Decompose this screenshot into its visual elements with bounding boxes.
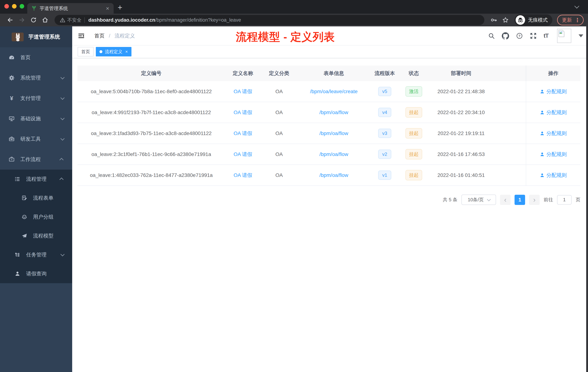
tag-close-icon[interactable]: × bbox=[125, 49, 128, 54]
definition-name-link[interactable]: OA 请假 bbox=[234, 172, 252, 179]
browser-tabstrip: 芋道管理系统 × + bbox=[0, 0, 588, 14]
annotation-overlay: 流程模型 - 定义列表 bbox=[236, 30, 335, 44]
table-body: oa_leave:5:004b710b-7b8a-11ec-8ef0-acde4… bbox=[77, 81, 580, 186]
table-row: oa_leave:2:3c1f0ef1-76b1-11ec-9c66-a2380… bbox=[77, 144, 580, 165]
definition-table: 定义编号 定义名称 定义分类 表单信息 流程版本 状态 部署时间 操作 oa_l… bbox=[77, 66, 580, 186]
address-bar[interactable]: 不安全 dashboard.yudao.iocoder.cn/bpm/manag… bbox=[54, 15, 484, 25]
form-icon bbox=[21, 195, 28, 201]
tag-process-definition[interactable]: 流程定义 × bbox=[96, 47, 131, 56]
breadcrumb: 首页 / 流程定义 bbox=[94, 33, 135, 39]
column-header: 部署时间 bbox=[428, 66, 494, 81]
search-icon[interactable] bbox=[488, 33, 495, 39]
sidebar-item-task-manage[interactable]: 任务管理 bbox=[0, 245, 72, 264]
sidebar-item-home[interactable]: 首页 bbox=[0, 47, 72, 68]
form-link[interactable]: /bpm/oa/flow bbox=[319, 172, 348, 178]
sidebar-item-payment[interactable]: ¥ 支付管理 bbox=[0, 88, 72, 109]
sidebar-item-devtools[interactable]: 研发工具 bbox=[0, 129, 72, 149]
avatar-dropdown-caret-icon[interactable] bbox=[578, 34, 583, 37]
sidebar-item-workflow[interactable]: 工作流程 bbox=[0, 149, 72, 170]
sidebar-item-process-manage[interactable]: 流程管理 bbox=[0, 170, 72, 188]
page-size-select[interactable]: 10条/页 bbox=[462, 195, 496, 205]
home-button[interactable] bbox=[42, 17, 48, 23]
logo-rabbit-image bbox=[12, 33, 24, 41]
definition-category: OA bbox=[261, 102, 297, 123]
window-zoom-button[interactable] bbox=[20, 4, 24, 9]
window-close-button[interactable] bbox=[4, 4, 9, 9]
total-count-label: 共 5 条 bbox=[443, 197, 457, 203]
bookmark-star-icon[interactable] bbox=[502, 17, 509, 23]
back-button[interactable] bbox=[7, 17, 13, 23]
sidebar-item-system[interactable]: 系统管理 bbox=[0, 68, 72, 88]
update-label[interactable]: 更新 bbox=[562, 17, 572, 23]
chevron-down-icon bbox=[487, 197, 491, 201]
github-icon[interactable] bbox=[502, 32, 509, 40]
version-badge: v4 bbox=[378, 108, 391, 117]
reload-button[interactable] bbox=[30, 17, 37, 23]
form-link[interactable]: /bpm/oa/flow bbox=[319, 109, 348, 115]
tag-home[interactable]: 首页 bbox=[78, 47, 94, 56]
menu-label: 系统管理 bbox=[20, 75, 41, 81]
definition-name-link[interactable]: OA 请假 bbox=[234, 130, 252, 137]
row-filler bbox=[494, 165, 526, 186]
app-logo[interactable]: 芋道管理系统 bbox=[0, 26, 72, 47]
definition-id: oa_leave:4:991f2193-7b7f-11ec-a3c8-acde4… bbox=[77, 102, 225, 123]
assign-rule-link[interactable]: 分配规则 bbox=[540, 88, 567, 95]
assign-rule-link[interactable]: 分配规则 bbox=[540, 130, 567, 137]
sidebar-item-leave-query[interactable]: 请假查询 bbox=[0, 264, 72, 283]
menu-kebab-icon[interactable]: ⋮ bbox=[575, 17, 580, 23]
deploy-time: 2022-01-16 01:40:51 bbox=[428, 165, 494, 186]
page-unit-label: 页 bbox=[576, 197, 580, 203]
sidebar-item-user-group[interactable]: 用户分组 bbox=[0, 208, 72, 226]
update-button[interactable]: 更新 ⋮ bbox=[557, 15, 584, 25]
form-link[interactable]: /bpm/oa/flow bbox=[319, 131, 348, 136]
sidebar-toggle-icon[interactable] bbox=[78, 32, 85, 40]
sidebar-item-process-model[interactable]: 流程模型 bbox=[0, 226, 72, 245]
definition-name-link[interactable]: OA 请假 bbox=[234, 151, 252, 158]
definition-name-link[interactable]: OA 请假 bbox=[234, 88, 252, 95]
incognito-label: 无痕模式 bbox=[528, 17, 548, 23]
forward-button[interactable] bbox=[19, 17, 25, 23]
table-row: oa_leave:5:004b710b-7b8a-11ec-8ef0-acde4… bbox=[77, 81, 580, 102]
menu-label: 任务管理 bbox=[26, 251, 47, 258]
assign-rule-link[interactable]: 分配规则 bbox=[540, 172, 567, 179]
password-key-icon[interactable] bbox=[491, 17, 497, 23]
tab-close-icon[interactable]: × bbox=[105, 5, 110, 11]
new-tab-button[interactable]: + bbox=[118, 3, 122, 11]
current-page-button[interactable]: 1 bbox=[514, 195, 525, 205]
content-area: 定义编号 定义名称 定义分类 表单信息 流程版本 状态 部署时间 操作 oa_l… bbox=[72, 58, 588, 205]
breadcrumb-home[interactable]: 首页 bbox=[94, 33, 105, 39]
avatar[interactable] bbox=[557, 29, 571, 43]
tags-view-bar: 首页 流程定义 × bbox=[72, 45, 588, 58]
sidebar-item-process-form[interactable]: 流程表单 bbox=[0, 188, 72, 208]
sidebar: 芋道管理系统 首页 系统管理 ¥ 支付管 bbox=[0, 26, 72, 372]
definition-name-link[interactable]: OA 请假 bbox=[234, 109, 252, 116]
window-minimize-button[interactable] bbox=[12, 4, 17, 9]
next-page-button[interactable]: › bbox=[529, 195, 540, 205]
goto-page-input[interactable] bbox=[557, 195, 572, 205]
definition-category: OA bbox=[261, 81, 297, 102]
menu-label: 研发工具 bbox=[20, 136, 41, 142]
assign-rule-link[interactable]: 分配规则 bbox=[540, 109, 567, 116]
prev-page-button[interactable]: ‹ bbox=[500, 195, 511, 205]
chevron-down-icon bbox=[61, 252, 65, 256]
form-link[interactable]: /bpm/oa/flow bbox=[319, 152, 348, 157]
font-size-icon[interactable]: tT bbox=[544, 33, 548, 39]
window-controls bbox=[4, 4, 24, 9]
tab-title: 芋道管理系统 bbox=[40, 5, 105, 12]
table-row: oa_leave:3:1fad3d93-7b75-11ec-a3c8-acde4… bbox=[77, 123, 580, 144]
sidebar-item-infrastructure[interactable]: 基础设施 bbox=[0, 109, 72, 129]
security-label[interactable]: 不安全 bbox=[67, 17, 82, 23]
goto-label: 前往 bbox=[544, 197, 553, 203]
fullscreen-icon[interactable] bbox=[530, 33, 537, 39]
user-icon bbox=[540, 89, 545, 94]
form-link[interactable]: /bpm/oa/leave/create bbox=[310, 89, 358, 94]
assign-rule-link[interactable]: 分配规则 bbox=[540, 151, 567, 158]
browser-tab[interactable]: 芋道管理系统 × bbox=[27, 3, 114, 14]
main-panel: 首页 / 流程定义 流程模型 - 定义列表 ? bbox=[72, 26, 588, 372]
help-icon[interactable]: ? bbox=[516, 33, 523, 39]
tab-search-icon[interactable] bbox=[575, 4, 578, 9]
definition-category: OA bbox=[261, 165, 297, 186]
dashboard-icon bbox=[8, 55, 15, 61]
menu-label: 基础设施 bbox=[20, 115, 41, 122]
definition-id: oa_leave:5:004b710b-7b8a-11ec-8ef0-acde4… bbox=[77, 81, 225, 102]
